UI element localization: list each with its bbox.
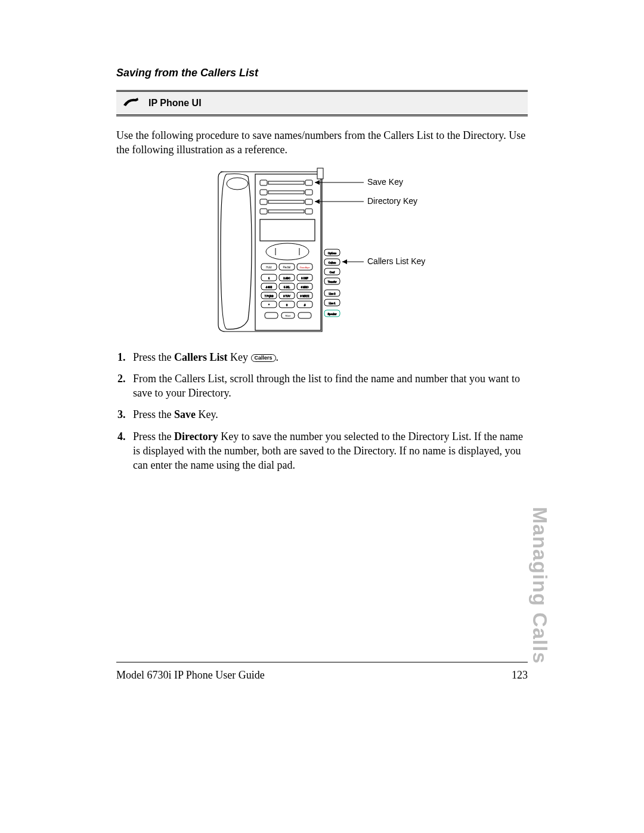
step-number: 3.	[117, 407, 133, 422]
svg-text:7 PQRS: 7 PQRS	[265, 295, 274, 298]
svg-text:2 ABC: 2 ABC	[283, 277, 290, 280]
step-1: 1. Press the Callers List Key Callers.	[117, 350, 528, 364]
svg-rect-49	[265, 312, 278, 318]
svg-text:Conf: Conf	[330, 271, 335, 274]
label-save-key: Save Key	[367, 177, 403, 187]
svg-rect-10	[268, 200, 304, 203]
page-number: 123	[512, 669, 528, 682]
svg-text:6 MNO: 6 MNO	[301, 286, 309, 289]
svg-rect-14	[305, 209, 312, 214]
svg-text:Callers: Callers	[329, 261, 336, 264]
step-number: 4.	[117, 429, 133, 473]
svg-text:Options: Options	[328, 252, 336, 255]
callout-box: IP Phone UI	[116, 90, 528, 116]
step-number: 2.	[117, 371, 133, 401]
footer-title: Model 6730i IP Phone User Guide	[116, 669, 265, 682]
svg-rect-11	[305, 199, 312, 205]
step-3: 3. Press the Save Key.	[117, 407, 528, 422]
svg-text:Line 1: Line 1	[329, 302, 336, 305]
svg-rect-6	[260, 190, 267, 195]
svg-text:3 DEF: 3 DEF	[301, 277, 308, 280]
svg-text:5 JKL: 5 JKL	[284, 286, 290, 289]
svg-text:Redial: Redial	[283, 266, 291, 269]
svg-text:8 TUV: 8 TUV	[283, 295, 290, 298]
svg-rect-7	[268, 191, 304, 194]
svg-rect-13	[268, 210, 304, 213]
svg-rect-12	[260, 209, 267, 214]
svg-rect-51	[298, 312, 311, 318]
callers-key-icon: Callers	[251, 354, 276, 362]
svg-text:Goodbye: Goodbye	[300, 266, 311, 269]
svg-rect-4	[268, 181, 304, 184]
step-4: 4. Press the Directory Key to save the n…	[117, 429, 528, 473]
svg-rect-3	[260, 180, 267, 185]
svg-text:9 WXYZ: 9 WXYZ	[301, 295, 309, 298]
page-content: Saving from the Callers List IP Phone UI…	[116, 67, 528, 480]
svg-point-16	[266, 243, 309, 260]
procedure-steps: 1. Press the Callers List Key Callers. 2…	[116, 350, 528, 473]
svg-rect-9	[260, 199, 267, 205]
step-number: 1.	[117, 350, 133, 364]
label-directory-key: Directory Key	[367, 196, 417, 206]
intro-paragraph: Use the following procedure to save name…	[116, 128, 528, 157]
phone-ui-icon	[122, 95, 140, 111]
svg-text:Line 2: Line 2	[329, 292, 336, 295]
svg-rect-15	[260, 219, 315, 241]
svg-text:Transfer: Transfer	[328, 280, 337, 283]
label-callers-list-key: Callers List Key	[367, 256, 425, 266]
svg-text:Speaker: Speaker	[328, 312, 338, 315]
callout-label: IP Phone UI	[148, 98, 202, 109]
svg-text:4 GHI: 4 GHI	[266, 286, 272, 289]
svg-rect-8	[305, 190, 312, 195]
footer-rule	[116, 662, 528, 662]
section-side-tab: Managing Calls	[528, 507, 552, 664]
svg-text:Hold: Hold	[266, 266, 272, 269]
phone-illustration: Hold Redial Goodbye 1 2 ABC 3 DEF 4 GHI …	[116, 166, 528, 336]
svg-rect-5	[305, 180, 312, 185]
svg-text:Mute: Mute	[286, 314, 292, 317]
svg-marker-72	[342, 259, 347, 264]
step-2: 2. From the Callers List, scroll through…	[117, 371, 528, 401]
section-title: Saving from the Callers List	[116, 67, 528, 79]
svg-rect-2	[317, 168, 323, 179]
